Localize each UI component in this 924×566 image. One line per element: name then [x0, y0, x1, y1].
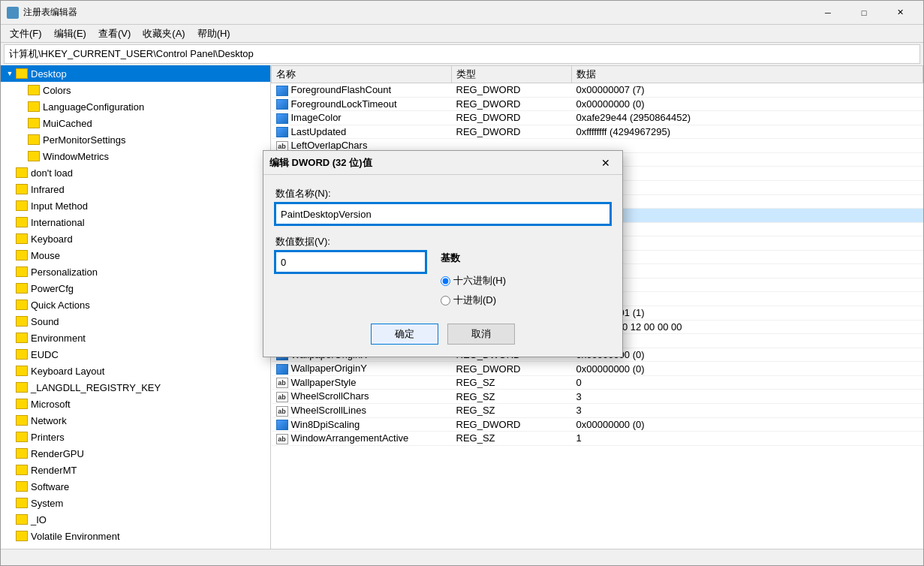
cell-data — [572, 292, 923, 306]
tree-item[interactable]: _IO — [1, 511, 270, 528]
tree-item[interactable]: RenderGPU — [1, 445, 270, 462]
cell-data: 0x00000007 (7) — [572, 83, 923, 98]
hex-radio-label[interactable]: 十六进制(H) — [441, 274, 506, 288]
edit-dword-dialog: 编辑 DWORD (32 位)值 ✕ 数值名称(N): 数值数据(V): 基数 … — [263, 150, 623, 357]
minimize-button[interactable]: ─ — [811, 2, 845, 24]
tree-item[interactable]: ▼Desktop — [1, 65, 270, 82]
cell-name-text: WallpaperOriginY — [291, 363, 367, 374]
table-row[interactable]: ForegroundFlashCountREG_DWORD0x00000007 … — [272, 83, 923, 98]
cell-data: 0x00000001 (1) — [572, 306, 923, 321]
tree-item[interactable]: Keyboard — [1, 230, 270, 247]
data-label: 数值数据(V): — [275, 235, 610, 248]
tree-item[interactable]: WindowMetrics — [1, 148, 270, 164]
cell-name: ImageColor — [272, 111, 452, 125]
tree-item[interactable]: don't load — [1, 164, 270, 181]
tree-item[interactable]: Software — [1, 478, 270, 495]
menu-view[interactable]: 查看(V) — [92, 26, 137, 42]
tree-item-label: Input Method — [31, 200, 88, 212]
tree-item[interactable]: RenderMT — [1, 462, 270, 478]
cell-data — [572, 334, 923, 348]
tree-item[interactable]: International — [1, 214, 270, 230]
tree-item[interactable]: Mouse — [1, 247, 270, 263]
tree-arrow-icon — [16, 84, 28, 96]
cell-data: 0x00000000 (0) — [572, 97, 923, 111]
tree-item[interactable]: Network — [1, 412, 270, 429]
tree-item-label: RenderGPU — [31, 448, 84, 459]
table-row[interactable]: LastUpdatedREG_DWORD0xffffffff (42949672… — [272, 125, 923, 139]
table-row[interactable]: WallpaperOriginYREG_DWORD0x00000000 (0) — [272, 362, 923, 376]
tree-item[interactable]: Infrared — [1, 181, 270, 197]
tree-arrow-icon — [4, 282, 16, 294]
dialog-body: 数值名称(N): 数值数据(V): 基数 十六进制(H) 十进制(D) 确定 取… — [263, 175, 622, 357]
tree-item[interactable]: EUDC — [1, 346, 270, 363]
tree-item[interactable]: PowerCfg — [1, 280, 270, 297]
folder-icon — [16, 531, 28, 541]
tree-panel: ▼DesktopColorsLanguageConfigurationMuiCa… — [1, 65, 271, 549]
tree-item[interactable]: Environment — [1, 330, 270, 346]
menu-file[interactable]: 文件(F) — [4, 26, 48, 42]
menu-edit[interactable]: 编辑(E) — [48, 26, 92, 42]
name-input[interactable] — [275, 203, 610, 224]
dialog-close-button[interactable]: ✕ — [595, 154, 616, 172]
folder-icon — [28, 118, 40, 128]
tree-item[interactable]: _LANGDLL_REGISTRY_KEY — [1, 379, 270, 396]
table-row[interactable]: abWallpaperStyleREG_SZ0 — [272, 375, 923, 390]
table-row[interactable]: ForegroundLockTimeoutREG_DWORD0x00000000… — [272, 97, 923, 111]
folder-icon — [16, 316, 28, 327]
tree-item[interactable]: Microsoft — [1, 396, 270, 412]
tree-item-label: WindowMetrics — [43, 151, 109, 162]
tree-item[interactable]: Input Method — [1, 197, 270, 214]
folder-icon — [16, 68, 28, 79]
cell-name-text: ImageColor — [291, 112, 342, 123]
tree-item[interactable]: Keyboard Layout — [1, 363, 270, 379]
menu-bar: 文件(F) 编辑(E) 查看(V) 收藏夹(A) 帮助(H) — [1, 25, 923, 43]
address-bar[interactable]: 计算机\HKEY_CURRENT_USER\Control Panel\Desk… — [4, 44, 920, 64]
tree-item[interactable]: Quick Actions — [1, 297, 270, 313]
col-data: 数据 — [572, 66, 923, 83]
cell-type: REG_DWORD — [452, 417, 572, 432]
tree-item[interactable]: PerMonitorSettings — [1, 131, 270, 148]
dec-radio[interactable] — [441, 296, 450, 306]
folder-icon — [16, 184, 28, 194]
cell-data: 0x00000000 (0) — [572, 417, 923, 432]
cancel-button[interactable]: 取消 — [447, 324, 515, 345]
table-row[interactable]: abWindowArrangementActiveREG_SZ1 — [272, 432, 923, 446]
table-row[interactable]: ImageColorREG_DWORD0xafe29e44 (295086445… — [272, 111, 923, 125]
menu-help[interactable]: 帮助(H) — [191, 26, 236, 42]
maximize-button[interactable]: □ — [847, 2, 881, 24]
hex-radio[interactable] — [441, 276, 450, 286]
table-row[interactable]: abWheelScrollCharsREG_SZ3 — [272, 390, 923, 404]
folder-icon — [16, 481, 28, 492]
close-button[interactable]: ✕ — [883, 2, 917, 24]
cell-name-text: ForegroundLockTimeout — [291, 98, 397, 110]
tree-item[interactable]: Personalization — [1, 263, 270, 280]
ok-button[interactable]: 确定 — [371, 324, 438, 345]
minimize-icon: ─ — [825, 8, 831, 17]
tree-item[interactable]: Colors — [1, 82, 270, 98]
cell-data: 0xffffffff (4294967295) — [572, 125, 923, 139]
tree-item-label: System — [31, 498, 63, 509]
table-row[interactable]: Win8DpiScalingREG_DWORD0x00000000 (0) — [272, 417, 923, 432]
tree-item[interactable]: Volatile Environment — [1, 528, 270, 544]
tree-item[interactable]: MuiCached — [1, 115, 270, 131]
cell-name-text: ForegroundFlashCount — [291, 84, 392, 95]
tree-item-label: _LANGDLL_REGISTRY_KEY — [31, 382, 161, 393]
folder-icon — [16, 283, 28, 294]
folder-icon — [16, 448, 28, 459]
tree-item[interactable]: Sound — [1, 313, 270, 330]
menu-favorites[interactable]: 收藏夹(A) — [137, 26, 191, 42]
tree-arrow-icon — [4, 183, 16, 195]
tree-item[interactable]: System — [1, 495, 270, 511]
dec-radio-label[interactable]: 十进制(D) — [441, 294, 506, 307]
tree-arrow-icon — [4, 398, 16, 410]
tree-item[interactable]: LanguageConfiguration — [1, 98, 270, 115]
table-row[interactable]: abWheelScrollLinesREG_SZ3 — [272, 403, 923, 417]
tree-arrow-icon — [16, 101, 28, 113]
app-icon — [7, 7, 19, 19]
folder-icon — [16, 465, 28, 475]
tree-item[interactable]: Printers — [1, 429, 270, 445]
cell-data — [572, 167, 923, 181]
tree-item-label: Network — [31, 415, 67, 426]
data-input[interactable] — [275, 251, 426, 272]
cell-name: Win8DpiScaling — [272, 417, 452, 432]
